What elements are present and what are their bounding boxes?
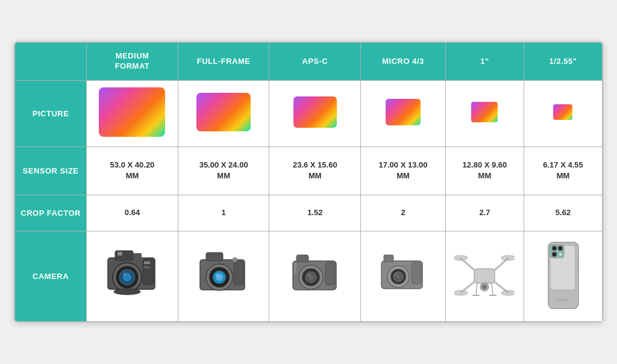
sensor-rect-one-inch — [471, 102, 498, 122]
camera-aps-c — [269, 231, 361, 321]
sensor-size-one-inch: 12.80 X 9.60MM — [445, 146, 524, 195]
sensor-size-full-frame: 35.00 X 24.00MM — [178, 146, 269, 195]
picture-half-inch — [524, 80, 602, 146]
svg-point-60 — [559, 247, 562, 250]
svg-point-58 — [553, 247, 556, 250]
camera-icon-full-frame — [195, 243, 252, 309]
col-header-half-inch: 1/2.55" — [524, 43, 602, 81]
sensor-size-aps-c: 23.6 X 15.60MM — [269, 146, 361, 195]
svg-line-50 — [476, 283, 477, 295]
svg-rect-65 — [577, 258, 579, 268]
sensor-rect-micro43 — [386, 99, 421, 125]
sensor-rect-medium-format — [99, 87, 165, 137]
col-header-medium-format: MEDIUMFORMAT — [87, 43, 178, 81]
svg-point-45 — [501, 256, 515, 260]
svg-rect-10 — [144, 262, 150, 264]
svg-point-21 — [233, 257, 237, 262]
svg-point-62 — [553, 253, 556, 256]
camera-one-inch — [445, 231, 524, 321]
picture-medium-format — [87, 80, 178, 146]
svg-point-29 — [307, 274, 310, 276]
camera-icon-micro43 — [378, 248, 429, 305]
corner-header — [15, 43, 87, 81]
svg-rect-14 — [206, 253, 223, 261]
svg-rect-3 — [133, 253, 142, 259]
crop-factor-aps-c: 1.52 — [269, 195, 361, 231]
col-header-full-frame: FULL-FRAME — [178, 43, 269, 81]
svg-rect-9 — [117, 252, 122, 256]
camera-icon-drone — [454, 246, 515, 306]
sensor-rect-aps-c — [293, 96, 337, 128]
row-label-crop-factor: CROP FACTOR — [15, 195, 87, 231]
svg-rect-11 — [144, 266, 150, 268]
crop-factor-full-frame: 1 — [178, 195, 269, 231]
camera-medium-format — [87, 231, 178, 321]
svg-rect-33 — [412, 262, 421, 284]
svg-point-49 — [482, 284, 487, 289]
camera-icon-phone — [539, 240, 587, 312]
svg-rect-24 — [325, 262, 335, 285]
svg-rect-64 — [557, 299, 569, 301]
sensor-size-micro43: 17.00 X 13.00MM — [361, 146, 446, 195]
crop-factor-medium-format: 0.64 — [87, 195, 178, 231]
camera-icon-medium-format — [102, 240, 162, 312]
svg-point-63 — [559, 253, 562, 256]
row-label-sensor-size: SENSOR SIZE — [15, 146, 87, 195]
col-header-micro43: MICRO 4/3 — [361, 43, 446, 81]
comparison-table: MEDIUMFORMAT FULL-FRAME APS-C MICRO 4/3 … — [13, 41, 604, 323]
svg-point-38 — [395, 273, 397, 275]
crop-factor-one-inch: 2.7 — [445, 195, 524, 231]
svg-point-46 — [454, 290, 468, 295]
sensor-size-half-inch: 6.17 X 4.55MM — [524, 146, 602, 195]
picture-micro43 — [361, 80, 446, 146]
svg-rect-32 — [384, 255, 393, 262]
svg-rect-15 — [234, 261, 243, 285]
svg-line-51 — [492, 283, 493, 295]
camera-full-frame — [178, 231, 269, 321]
camera-half-inch — [524, 231, 602, 321]
svg-rect-23 — [296, 255, 308, 262]
sensor-rect-half-inch — [553, 104, 572, 120]
sensor-size-medium-format: 53.0 X 40.20MM — [87, 146, 178, 195]
crop-factor-micro43: 2 — [361, 195, 446, 231]
picture-aps-c — [269, 80, 361, 146]
picture-one-inch — [445, 80, 524, 146]
svg-rect-30 — [294, 263, 296, 274]
svg-point-47 — [501, 290, 515, 295]
svg-point-8 — [123, 272, 127, 276]
row-label-picture: PICTURE — [15, 80, 87, 146]
crop-factor-half-inch: 5.62 — [524, 195, 602, 231]
svg-point-12 — [114, 289, 140, 295]
col-header-aps-c: APS-C — [269, 43, 361, 81]
svg-rect-39 — [474, 269, 495, 283]
col-header-one-inch: 1" — [445, 43, 524, 81]
camera-micro43 — [361, 231, 446, 321]
camera-icon-aps-c — [288, 246, 342, 306]
row-label-camera: CAMERA — [15, 231, 87, 321]
svg-point-44 — [454, 256, 468, 260]
picture-full-frame — [178, 80, 269, 146]
svg-point-20 — [215, 274, 218, 277]
sensor-rect-full-frame — [196, 93, 251, 131]
